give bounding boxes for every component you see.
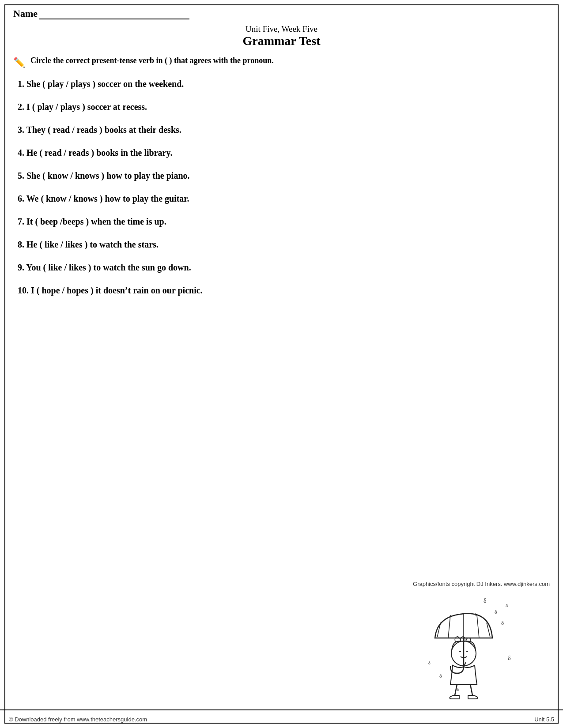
footer-right: Unit 5.5 — [534, 716, 554, 723]
svg-line-12 — [437, 623, 441, 637]
name-line[interactable] — [39, 8, 189, 19]
svg-text:δ: δ — [501, 619, 504, 626]
list-item: 8. He ( like / likes ) to watch the star… — [13, 238, 550, 251]
illustration: Graphics/fonts copyright DJ Inkers. www.… — [413, 581, 550, 702]
list-item: 7. It ( beep /beeps ) when the time is u… — [13, 215, 550, 228]
list-item: 3. They ( read / reads ) books at their … — [13, 123, 550, 136]
svg-text:δ: δ — [506, 603, 508, 608]
list-item: 2. I ( play / plays ) soccer at recess. — [13, 100, 550, 113]
copyright-text: Graphics/fonts copyright DJ Inkers. www.… — [413, 581, 550, 587]
svg-line-16 — [470, 684, 472, 695]
svg-text:δ: δ — [428, 660, 431, 665]
umbrella-illustration-svg: δ δ δ δ δ δ δ δ δ — [413, 589, 514, 700]
list-item: 9. You ( like / likes ) to watch the sun… — [13, 261, 550, 274]
svg-text:δ: δ — [439, 673, 442, 679]
header-subtitle: Unit Five, Week Five — [13, 24, 550, 34]
list-item: 6. We ( know / knows ) how to play the g… — [13, 192, 550, 205]
list-item: 1. She ( play / plays ) soccer on the we… — [13, 77, 550, 90]
worksheet-page: Name Unit Five, Week Five Grammar Test ✏… — [0, 0, 563, 728]
directions-text: Circle the correct present-tense verb in… — [30, 56, 274, 65]
svg-text:δ: δ — [508, 655, 511, 661]
svg-line-10 — [448, 615, 450, 638]
svg-line-11 — [477, 615, 479, 638]
svg-text:δ: δ — [457, 687, 459, 692]
pencil-icon: ✏️ — [13, 57, 25, 68]
name-label: Name — [13, 8, 38, 19]
footer-left: © Downloaded freely from www.theteachers… — [9, 716, 147, 723]
list-item: 5. She ( know / knows ) how to play the … — [13, 169, 550, 182]
list-item: 4. He ( read / reads ) books in the libr… — [13, 146, 550, 159]
directions-row: ✏️ Circle the correct present-tense verb… — [13, 56, 550, 68]
name-row: Name — [13, 8, 189, 19]
svg-text:δ: δ — [484, 597, 487, 604]
header-title: Grammar Test — [13, 34, 550, 48]
header: Unit Five, Week Five Grammar Test — [13, 24, 550, 48]
footer-bar: © Downloaded freely from www.theteachers… — [0, 709, 563, 728]
list-item: 10. I ( hope / hopes ) it doesn’t rain o… — [13, 284, 550, 297]
svg-text:δ: δ — [495, 609, 497, 615]
questions-list: 1. She ( play / plays ) soccer on the we… — [13, 77, 550, 297]
